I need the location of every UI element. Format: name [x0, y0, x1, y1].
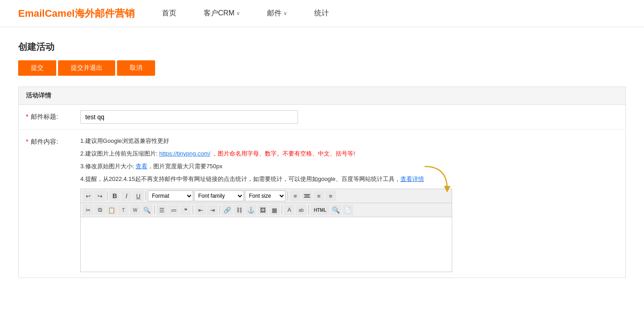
- table-button[interactable]: ▦: [269, 205, 280, 215]
- font-color-icon: A: [288, 207, 291, 213]
- align-left-button[interactable]: ≡: [290, 190, 301, 201]
- content-instructions: 1.建议用Google浏览器兼容性更好 2.建议图片上传前先压缩图片: http…: [80, 135, 618, 185]
- cancel-button[interactable]: 取消: [117, 60, 155, 76]
- sep5: [193, 205, 193, 214]
- ol-button[interactable]: ≔: [168, 205, 179, 215]
- submit-button[interactable]: 提交: [18, 60, 56, 76]
- anchor-button[interactable]: ⚓: [245, 205, 256, 215]
- paste-text-button[interactable]: T: [118, 205, 129, 215]
- required-mark2: *: [26, 138, 28, 145]
- align-justify-button[interactable]: ≡: [325, 190, 336, 201]
- indent-out-button[interactable]: ⇤: [195, 205, 206, 215]
- sep3: [288, 191, 288, 200]
- paste-word-button[interactable]: W: [130, 205, 141, 215]
- redo-icon: [98, 193, 102, 200]
- subject-row: * 邮件标题:: [19, 105, 625, 130]
- nav-crm[interactable]: 客户CRM ∨: [204, 9, 240, 18]
- sep7: [282, 205, 282, 214]
- nav-home[interactable]: 首页: [162, 9, 176, 18]
- page-content: 创建活动 提交 提交并退出 取消 活动详情 * 邮件标题: * 邮件内容:: [0, 27, 644, 292]
- find-button[interactable]: 🔍: [141, 205, 152, 215]
- align-right-button[interactable]: ≡: [313, 190, 324, 201]
- instruction-3: 3.修改原始图片大小: 查看，图片宽度最大只需要750px: [80, 161, 618, 172]
- subject-input[interactable]: [80, 110, 298, 124]
- content-row: * 邮件内容: 1.建议用Google浏览器兼容性更好 2.建议图片上传前先压缩…: [19, 130, 625, 278]
- logo: EmailCamel海外邮件营销: [18, 7, 135, 20]
- instruction-2-red: ，图片命名用字母、数字。不要有空格、中文、括号等!: [212, 150, 355, 157]
- ul-button[interactable]: ☰: [156, 205, 167, 215]
- toolbar-row2: ✂ ⧉ 📋 T W 🔍 ☰ ≔ ❝ ⇤ ⇥ 🔗: [81, 203, 452, 217]
- content-field: 1.建议用Google浏览器兼容性更好 2.建议图片上传前先压缩图片: http…: [80, 135, 618, 272]
- highlight-button[interactable]: ab: [296, 205, 307, 215]
- html-button[interactable]: HTML: [311, 205, 330, 215]
- highlight-icon: ab: [298, 208, 303, 213]
- bold-button[interactable]: B: [109, 190, 120, 201]
- image-button[interactable]: 🖼: [257, 205, 268, 215]
- instruction-2: 2.建议图片上传前先压缩图片: https://tinypng.com/ ，图片…: [80, 148, 618, 160]
- nav-stats[interactable]: 统计: [314, 9, 329, 18]
- view-link[interactable]: 查看: [136, 163, 147, 170]
- align-center-button[interactable]: [302, 190, 312, 201]
- format-select[interactable]: Format: [148, 190, 193, 201]
- paste-button[interactable]: 📋: [106, 205, 117, 215]
- underline-button[interactable]: U: [133, 190, 144, 201]
- font-family-select[interactable]: Font family: [194, 190, 244, 201]
- font-color-button[interactable]: A: [284, 205, 295, 215]
- template-button[interactable]: 📄: [342, 205, 353, 215]
- magnify-button[interactable]: 🔍: [331, 205, 342, 215]
- indent-in-button[interactable]: ⇥: [207, 205, 218, 215]
- content-label: * 邮件内容:: [26, 135, 80, 146]
- editor-container: B I U Format Font family Font size: [80, 189, 452, 272]
- nav-mail[interactable]: 邮件 ∨: [267, 9, 287, 18]
- copy-button[interactable]: ⧉: [94, 205, 105, 215]
- unlink-button[interactable]: ⛓: [234, 205, 244, 215]
- font-size-select[interactable]: Font size: [245, 190, 286, 201]
- italic-button[interactable]: I: [121, 190, 132, 201]
- undo-icon: [86, 193, 91, 200]
- subject-field: [80, 110, 618, 124]
- form-section: 活动详情 * 邮件标题: * 邮件内容: 1.建议用Google浏览器兼容性更好: [18, 87, 626, 278]
- page-title: 创建活动: [18, 41, 626, 53]
- action-buttons: 提交 提交并退出 取消: [18, 60, 626, 76]
- submit-exit-button[interactable]: 提交并退出: [58, 60, 115, 76]
- detail-link[interactable]: 查看详情: [400, 176, 424, 182]
- tinypng-link[interactable]: https://tinypng.com/: [159, 150, 210, 157]
- header: EmailCamel海外邮件营销 首页 客户CRM ∨ 邮件 ∨ 统计: [0, 0, 644, 27]
- cut-button[interactable]: ✂: [83, 205, 93, 215]
- redo-button[interactable]: [94, 190, 105, 201]
- sep2: [146, 191, 146, 200]
- instruction-1: 1.建议用Google浏览器兼容性更好: [80, 135, 618, 147]
- crm-chevron-icon: ∨: [236, 10, 240, 16]
- sep1: [107, 191, 107, 200]
- link-button[interactable]: 🔗: [222, 205, 233, 215]
- editor-body[interactable]: [81, 217, 452, 272]
- toolbar-row1: B I U Format Font family Font size: [81, 189, 452, 203]
- mail-chevron-icon: ∨: [283, 10, 287, 16]
- blockquote-button[interactable]: ❝: [180, 205, 191, 215]
- sep6: [220, 205, 220, 214]
- section-header: 活动详情: [19, 87, 625, 105]
- instruction-4: 4.提醒，从2022.4.15起不再支持邮件中带有网址链接的点击统计，如需要统计…: [80, 173, 618, 185]
- undo-button[interactable]: [83, 190, 93, 201]
- required-mark: *: [26, 113, 28, 120]
- main-nav: 首页 客户CRM ∨ 邮件 ∨ 统计: [162, 9, 329, 18]
- sep8: [308, 205, 309, 214]
- sep4: [154, 205, 155, 214]
- subject-label: * 邮件标题:: [26, 110, 80, 121]
